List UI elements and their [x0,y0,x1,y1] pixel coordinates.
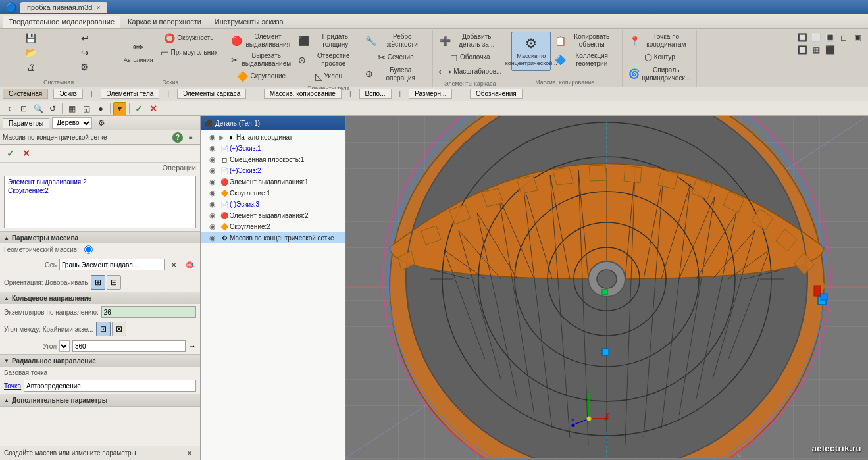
tree-item-mass[interactable]: ◉ ⚙ Массив по концентрической сетке [201,232,345,243]
tree-item-fillet2[interactable]: ◉ 🔶 Скругление:2 [201,221,345,232]
view-rotate-btn[interactable]: ↺ [46,102,59,115]
point-coords-btn[interactable]: 📍 Точка по координатам [626,32,692,50]
view-front-btn[interactable]: ▦ [65,102,78,115]
section-label-dims[interactable]: Размерн... [409,89,452,99]
item-icon-sketch1: 📄 [219,145,230,152]
undo-btn[interactable]: ↩ [59,32,112,45]
tree-item-extrude1[interactable]: ◉ 🔴 Элемент выдавливания:1 [201,176,345,188]
tab-sketch-tools[interactable]: Инструменты эскиза [209,16,290,28]
section-label-marks[interactable]: Обозначения [470,89,523,99]
view-iso-btn[interactable]: ◱ [80,102,93,115]
op-item-1[interactable]: Элемент выдавливания:2 [6,178,194,186]
section-btn[interactable]: ✂ Сечение [363,51,428,64]
collection-geometry-btn[interactable]: 🔷 Коллекция геометрии [552,51,618,69]
angle-btn-1[interactable]: ⊡ [96,322,111,336]
circle-btn[interactable]: ⭕ Окружность [158,32,220,45]
open-btn[interactable]: 📂 [5,46,58,60]
panel-view-select[interactable]: Дерево [52,117,92,129]
axis-clear-btn[interactable]: ✕ [167,258,180,271]
add-detail-btn[interactable]: ➕ Добавить деталь-за... [437,32,503,50]
view-btn-6[interactable]: 🔲 [796,44,809,56]
angle-btn-2[interactable]: ⊠ [112,322,126,336]
cut-extrude-btn[interactable]: ✂ Вырезать выдавливанием [228,51,294,69]
tree-item-sketch3[interactable]: ◉ 📄 (-)Эскиз:3 [201,199,345,210]
save-btn[interactable]: 💾 [5,32,58,45]
point-link[interactable]: Точка [4,382,21,390]
boolean-btn[interactable]: ⊕ Булева операция [363,65,428,84]
tab-solid-modeling[interactable]: Твердотельное моделирование [3,16,120,28]
help-button[interactable]: ? [172,132,183,143]
tree-item-extrude2[interactable]: ◉ 🔴 Элемент выдавливания:2 [201,210,345,221]
view-btn-8[interactable]: ⬛ [823,44,836,56]
axis-input[interactable] [59,259,165,270]
mass-params-header[interactable]: ▲ Параметры массива [0,232,200,243]
section-label-body[interactable]: Элементы тела [101,89,160,99]
contour-btn[interactable]: ⬡ Контур [626,51,692,64]
rib-btn[interactable]: 🔧 Ребро жёсткости [363,32,428,50]
feature-extra-btn[interactable]: ≡ [184,131,197,144]
orient-btn-1[interactable]: ⊞ [91,275,105,290]
geom-mass-radio[interactable] [84,245,93,254]
document-tab[interactable]: пробка пивная.m3d × [20,2,107,13]
tree-item-plane1[interactable]: ◉ ◻ Смещённая плоскость:1 [201,154,345,165]
expand-icon-origin: ▶ [219,134,224,141]
op-item-2[interactable]: Скругление:2 [6,186,194,195]
angle-input[interactable] [72,340,186,352]
draft-btn[interactable]: ◺ Уклон [295,70,361,84]
section-label-extra[interactable]: Вспо... [359,89,392,99]
feature-ok-btn[interactable]: ✓ [4,147,17,160]
view-btn-1[interactable]: 🔲 [796,32,809,43]
redo-btn[interactable]: ↪ [59,46,112,60]
rectangle-btn[interactable]: ▭ Прямоугольник [158,46,220,60]
view-fit-btn[interactable]: ⊡ [17,102,30,115]
extrude-btn[interactable]: 🔴 Элемент выдавливания [228,32,294,50]
tree-item-sketch2[interactable]: ◉ 📄 (+)Эскиз:2 [201,165,345,176]
view-btn-3[interactable]: 🔳 [823,32,836,43]
panel-tab-params[interactable]: Параметры [3,118,49,128]
section-label-surface[interactable]: Элементы каркаса [177,89,246,99]
orient-btn-2[interactable]: ⊟ [107,275,121,290]
scale-btn[interactable]: ⟷ Масштабиров... [437,65,503,79]
hole-btn[interactable]: ⊙ Отверстие простое [295,51,361,69]
panel-settings-btn[interactable]: ⚙ [95,116,108,130]
view-normal-btn[interactable]: ↕ [3,102,16,115]
panel-close-btn[interactable]: × [183,447,196,460]
tree-item-fillet1[interactable]: ◉ 🔶 Скругление:1 [201,188,345,199]
shell-btn[interactable]: ◻ Оболочка [437,51,503,64]
section-label-sketch[interactable]: Эскиз [53,89,83,99]
autoline-btn[interactable]: ✏ Автолиния [120,32,157,71]
filter-btn[interactable]: ▼ [113,102,126,115]
axis-pick-btn[interactable]: 🎯 [183,258,196,271]
tree-item-sketch1[interactable]: ◉ 📄 (+)Эскиз:1 [201,143,345,154]
view-shade-btn[interactable]: ● [94,102,107,115]
radial-direction-header[interactable]: ▼ Радиальное направление [0,355,200,367]
fillet-btn[interactable]: 🔶 Скругление [228,70,294,84]
mass-concentric-btn[interactable]: ⚙ Массив по концентрической... [511,32,551,71]
view-btn-2[interactable]: ⬜ [809,32,823,43]
angle-type-select[interactable]: ▼ [59,340,70,352]
view-zoom-btn[interactable]: 🔍 [32,102,45,115]
tab-wireframe[interactable]: Каркас и поверхности [122,16,207,28]
view-btn-5[interactable]: ▣ [851,32,864,43]
section-label-system[interactable]: Системная [3,89,48,99]
tree-label-mass: Массив по концентрической сетке [230,234,334,242]
boolean-icon: ⊕ [365,68,373,80]
view-btn-7[interactable]: ▦ [809,44,823,56]
instances-input[interactable] [101,306,196,318]
ring-direction-header[interactable]: ▲ Кольцевое направление [0,292,200,304]
copy-objects-btn[interactable]: 📋 Копировать объекты [552,32,618,50]
settings-btn[interactable]: ⚙ [59,61,112,74]
tree-item-origin[interactable]: ◉ ▶ ● Начало координат [201,132,345,143]
print-btn[interactable]: 🖨 [5,61,58,74]
spiral-btn[interactable]: 🌀 Спираль цилиндрическ... [626,65,692,84]
feature-cancel-btn[interactable]: ✕ [20,147,33,160]
point-value-input[interactable] [24,380,196,392]
apply-btn[interactable]: ✓ [132,102,145,115]
thicken-btn[interactable]: ⬛ Придать толщину [295,32,361,50]
close-tab-button[interactable]: × [96,3,100,11]
reject-btn[interactable]: ✕ [147,102,160,115]
view-btn-4[interactable]: ◻ [837,32,850,43]
section-icon: ✂ [378,52,386,63]
extra-params-header[interactable]: ▲ Дополнительные параметры [0,394,200,406]
section-label-mass[interactable]: Массив, копирование [264,89,342,99]
